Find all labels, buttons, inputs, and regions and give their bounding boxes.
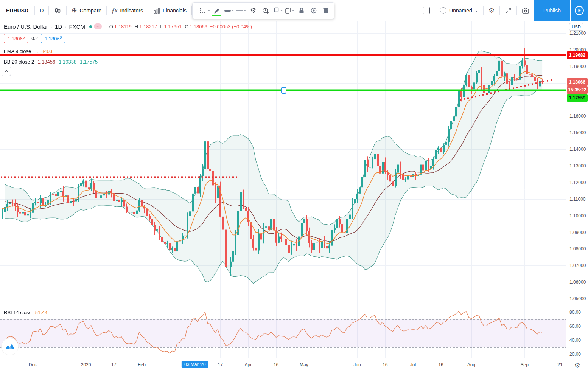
price-tick-label: 1.06000	[569, 279, 586, 285]
rsi-label: RSI 14 close	[4, 310, 32, 315]
indicators-button[interactable]: ƒx Indicators	[107, 3, 148, 18]
remove-button[interactable]	[320, 4, 332, 17]
copy-button[interactable]	[283, 4, 296, 17]
chart-stage: Euro / U.S. Dollar · 1D · FXCM ≈ O1.1811…	[0, 21, 588, 372]
price-tick-label: 1.11000	[569, 197, 586, 202]
legend-collapse-button[interactable]	[2, 67, 11, 76]
publish-button[interactable]: Publish	[534, 0, 570, 21]
time-tick-label: 16	[383, 362, 387, 367]
buy-button[interactable]: 1.18068	[41, 34, 65, 43]
symbol-title[interactable]: Euro / U.S. Dollar	[4, 23, 48, 30]
price-tick-label: 1.13000	[569, 163, 586, 169]
ema-label: EMA 9 close	[4, 48, 31, 55]
fx-icon: ƒx	[112, 7, 117, 14]
thick-line-icon	[224, 10, 231, 12]
time-tick-badge: 03 Mar '20	[182, 361, 208, 368]
time-tick-label: 21	[557, 362, 562, 367]
rsi-tick-label: 80.00	[569, 310, 581, 315]
draw-tool-button[interactable]	[211, 4, 223, 17]
rsi-tick-label: 60.00	[569, 324, 581, 329]
chart-style-button[interactable]	[49, 3, 66, 18]
time-tick-label: Aug	[467, 362, 475, 367]
ema-legend[interactable]: EMA 9 close 1.18403	[4, 48, 252, 55]
chevron-down-icon	[208, 10, 210, 11]
time-tick-label: 16	[274, 362, 278, 367]
drawing-settings-button[interactable]: ⚙	[247, 4, 259, 17]
publish-menu-button[interactable]	[571, 0, 588, 21]
time-tick-label: Dec	[29, 362, 37, 367]
line-width-button[interactable]	[223, 4, 235, 17]
top-toolbar: EURUSD D ⊕ Compare ƒx Indicators	[0, 0, 588, 21]
open-label: O	[109, 24, 113, 29]
price-tick-label: 1.12000	[569, 180, 586, 185]
bb-lower-value: 1.17575	[80, 59, 98, 65]
toolbar-right-group: Unnamed ⌄ ⚙ Publish	[418, 0, 588, 21]
financials-icon	[153, 7, 160, 14]
chevron-down-icon	[244, 10, 246, 11]
time-tick-label: Jul	[410, 362, 416, 367]
close-label: C	[185, 24, 188, 29]
price-axis[interactable]: USD 1.210001.200001.190001.160001.150001…	[566, 21, 588, 358]
market-status-dot	[89, 25, 92, 28]
bb-upper-value: 1.19338	[59, 59, 76, 65]
rsi-value: 51.44	[35, 310, 48, 315]
financials-label: Financials	[163, 8, 187, 14]
price-tick-label: 1.15000	[569, 130, 586, 135]
compare-button[interactable]: ⊕ Compare	[67, 3, 106, 18]
time-axis[interactable]: Dec202017Feb03 Mar '2017Apr16MayJun16Jul…	[0, 358, 588, 372]
price-tick-label: 1.05000	[569, 296, 586, 301]
layout-select-button[interactable]	[418, 3, 435, 18]
add-alert-button[interactable]	[259, 4, 271, 17]
chevron-down-icon	[280, 10, 283, 11]
symbol-button[interactable]: EURUSD	[0, 3, 34, 18]
bb-basis-value: 1.18456	[37, 59, 55, 65]
bar-countdown-badge: 15:35:22	[567, 86, 588, 94]
approx-data-badge[interactable]: ≈	[94, 23, 102, 29]
price-tick-label: 1.08000	[569, 246, 586, 251]
currency-button[interactable]: USD	[569, 23, 583, 31]
financials-button[interactable]: Financials	[148, 3, 191, 18]
gear-icon: ⚙	[250, 7, 256, 14]
chevron-down-icon	[232, 10, 234, 11]
layout-name-button[interactable]: Unnamed ⌄	[435, 3, 483, 18]
price-tick-label: 1.09000	[569, 230, 586, 235]
time-tick-label: Jun	[353, 362, 361, 367]
tradingview-logo[interactable]	[2, 338, 18, 355]
quote-row: 1.18066 0.2 1.18068	[4, 34, 252, 43]
compare-label: Compare	[80, 8, 102, 14]
axis-settings-corner[interactable]: ⚙	[566, 358, 588, 372]
line-style-button[interactable]	[235, 4, 247, 17]
gear-icon: ⚙	[488, 7, 495, 14]
chart-legend: Euro / U.S. Dollar · 1D · FXCM ≈ O1.1811…	[4, 23, 252, 65]
dashed-circle-icon	[440, 7, 446, 14]
snapshot-button[interactable]	[517, 3, 534, 18]
time-tick-label: Feb	[138, 362, 146, 367]
rsi-legend[interactable]: RSI 14 close 51.44	[4, 310, 47, 315]
separator-dot: ·	[64, 24, 67, 29]
gear-icon: ⚙	[574, 362, 580, 369]
close-value: 1.18066	[190, 24, 207, 29]
price-tick-label: 1.21000	[569, 31, 586, 36]
price-chart-canvas[interactable]	[0, 21, 566, 358]
time-tick-label: May	[300, 362, 308, 367]
support-price-badge: 1.17559	[567, 94, 588, 102]
legend-interval: 1D	[55, 23, 62, 30]
lock-button[interactable]	[296, 4, 308, 17]
rsi-tick-label: 40.00	[569, 338, 581, 343]
interval-button[interactable]: D	[35, 3, 48, 18]
time-tick-label: 17	[218, 362, 223, 367]
bb-legend[interactable]: BB 20 close 2 1.18456 1.19338 1.17575	[4, 59, 252, 65]
drag-handle-icon[interactable]: ⋮⋮	[195, 9, 199, 12]
time-tick-label: Apr	[245, 362, 252, 367]
fullscreen-button[interactable]	[500, 3, 516, 18]
chevron-down-icon: ⌄	[475, 8, 478, 13]
compare-plus-icon: ⊕	[72, 7, 77, 14]
chart-settings-button[interactable]: ⚙	[484, 3, 499, 18]
clone-button[interactable]	[271, 4, 283, 17]
last-price-badge: 1.18066	[567, 78, 588, 86]
visibility-button[interactable]	[308, 4, 320, 17]
sell-button[interactable]: 1.18066	[4, 34, 28, 43]
indicators-label: Indicators	[120, 8, 143, 14]
rsi-tick-label: 20.00	[569, 352, 581, 357]
select-tool-button[interactable]	[199, 4, 211, 17]
